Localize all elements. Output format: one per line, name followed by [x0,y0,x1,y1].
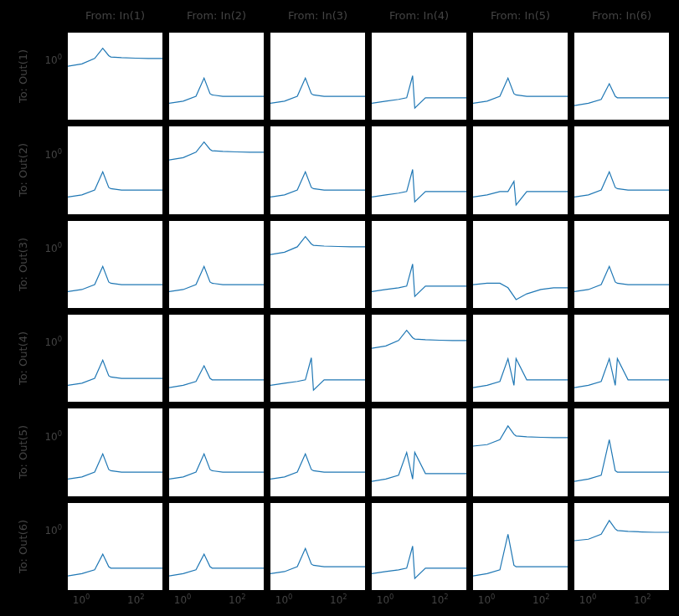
y-tick-label: 100 [44,523,62,536]
x-tick-label: 100 [478,593,496,606]
panel-r1-c6 [574,32,670,121]
x-tick-label: 102 [634,593,651,606]
panel-r4-c2 [168,314,265,403]
panel-r6-c3 [270,502,366,591]
panel-r5-c6 [574,408,670,496]
panel-r1-c5 [472,32,568,121]
col-title-1: From: In(1) [67,0,163,32]
panel-r4-c6 [574,314,670,403]
panel-r5-c1 [67,408,163,496]
panel-r5-c3 [270,408,366,496]
panel-r3-c3 [270,220,366,309]
panel-r2-c5 [472,126,568,214]
y-tick-cell: 100 [25,126,67,214]
bode-array-figure: From: In(1) From: In(2) From: In(3) From… [0,0,679,616]
panel-r2-c6 [574,126,670,214]
y-tick-cell: 100 [25,408,67,496]
panel-r1-c3 [270,32,366,121]
col-title-4: From: In(4) [371,0,467,32]
panel-r4-c4 [371,314,467,403]
y-tick-label: 100 [44,147,62,161]
x-tick-label: 100 [579,593,597,606]
x-tick-cell: 100102 [270,591,366,613]
x-tick-label: 100 [275,593,293,606]
panel-r6-c4 [371,502,467,591]
col-title-5: From: In(5) [472,0,568,32]
x-tick-label: 102 [431,593,449,606]
x-tick-cell: 100102 [168,591,265,613]
panel-r3-c6 [574,220,670,309]
x-tick-label: 102 [330,593,347,606]
x-tick-label: 100 [377,593,394,606]
x-tick-label: 100 [174,593,192,606]
panel-r2-c2 [168,126,265,214]
panel-r4-c5 [472,314,568,403]
panel-r2-c3 [270,126,366,214]
y-tick-cell: 100 [25,220,67,309]
x-tick-label: 100 [73,593,90,606]
x-tick-cell: 100102 [472,591,568,613]
x-tick-label: 102 [127,593,145,606]
x-tick-cell: 100102 [67,591,163,613]
y-tick-cell: 100 [25,32,67,121]
panel-r4-c1 [67,314,163,403]
x-tick-label: 102 [229,593,246,606]
panel-r4-c3 [270,314,366,403]
col-title-3: From: In(3) [270,0,366,32]
panel-r3-c1 [67,220,163,309]
panel-grid [67,32,670,591]
y-tick-cell: 100 [25,502,67,591]
panel-r1-c2 [168,32,265,121]
panel-r2-c4 [371,126,467,214]
panel-r2-c1 [67,126,163,214]
panel-r5-c5 [472,408,568,496]
panel-r6-c2 [168,502,265,591]
panel-r6-c6 [574,502,670,591]
y-tick-cell: 100 [25,314,67,403]
y-tick-label: 100 [44,429,62,443]
panel-r5-c4 [371,408,467,496]
panel-r3-c2 [168,220,265,309]
panel-r5-c2 [168,408,265,496]
x-tick-cell: 100102 [371,591,467,613]
col-title-2: From: In(2) [168,0,265,32]
panel-r1-c4 [371,32,467,121]
col-title-6: From: In(6) [574,0,670,32]
y-tick-label: 100 [44,241,62,254]
panel-r6-c5 [472,502,568,591]
panel-r3-c5 [472,220,568,309]
x-tick-label: 102 [532,593,550,606]
panel-r3-c4 [371,220,467,309]
y-tick-label: 100 [44,335,62,348]
panel-r6-c1 [67,502,163,591]
col-titles: From: In(1) From: In(2) From: In(3) From… [67,0,670,32]
y-tick-column: 100100100100100100 [25,32,67,591]
y-tick-label: 100 [44,53,62,66]
x-tick-row: 100102100102100102100102100102100102 [67,591,670,613]
panel-r1-c1 [67,32,163,121]
x-tick-cell: 100102 [574,591,670,613]
